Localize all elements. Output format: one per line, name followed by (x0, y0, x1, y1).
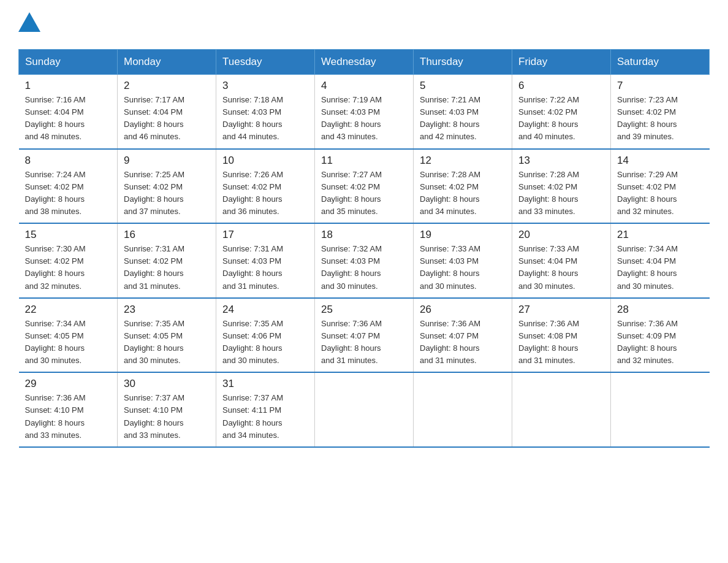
day-info: Sunrise: 7:24 AM Sunset: 4:02 PM Dayligh… (25, 169, 112, 218)
day-cell: 15 Sunrise: 7:30 AM Sunset: 4:02 PM Dayl… (19, 223, 118, 298)
day-cell: 9 Sunrise: 7:25 AM Sunset: 4:02 PM Dayli… (118, 149, 216, 224)
day-cell: 11 Sunrise: 7:27 AM Sunset: 4:02 PM Dayl… (315, 149, 414, 224)
day-cell: 29 Sunrise: 7:36 AM Sunset: 4:10 PM Dayl… (19, 372, 118, 447)
day-info: Sunrise: 7:36 AM Sunset: 4:07 PM Dayligh… (321, 318, 407, 367)
day-number: 3 (222, 80, 308, 92)
day-info: Sunrise: 7:29 AM Sunset: 4:02 PM Dayligh… (617, 169, 703, 218)
day-cell: 27 Sunrise: 7:36 AM Sunset: 4:08 PM Dayl… (512, 298, 611, 373)
day-cell: 6 Sunrise: 7:22 AM Sunset: 4:02 PM Dayli… (512, 75, 611, 149)
day-info: Sunrise: 7:36 AM Sunset: 4:08 PM Dayligh… (518, 318, 604, 367)
day-info: Sunrise: 7:23 AM Sunset: 4:02 PM Dayligh… (617, 94, 703, 144)
day-number: 24 (222, 304, 308, 316)
header-cell-tuesday: Tuesday (216, 50, 315, 75)
day-cell: 2 Sunrise: 7:17 AM Sunset: 4:04 PM Dayli… (118, 75, 216, 149)
day-info: Sunrise: 7:17 AM Sunset: 4:04 PM Dayligh… (124, 94, 210, 144)
day-number: 5 (420, 80, 506, 92)
day-cell: 25 Sunrise: 7:36 AM Sunset: 4:07 PM Dayl… (315, 298, 414, 373)
day-info: Sunrise: 7:36 AM Sunset: 4:09 PM Dayligh… (617, 318, 703, 367)
day-info: Sunrise: 7:22 AM Sunset: 4:02 PM Dayligh… (518, 94, 604, 144)
day-info: Sunrise: 7:34 AM Sunset: 4:04 PM Dayligh… (617, 243, 703, 293)
day-number: 6 (518, 80, 604, 92)
week-row-1: 1 Sunrise: 7:16 AM Sunset: 4:04 PM Dayli… (19, 75, 710, 149)
day-cell: 19 Sunrise: 7:33 AM Sunset: 4:03 PM Dayl… (414, 223, 512, 298)
day-cell: 17 Sunrise: 7:31 AM Sunset: 4:03 PM Dayl… (216, 223, 315, 298)
week-row-2: 8 Sunrise: 7:24 AM Sunset: 4:02 PM Dayli… (19, 149, 710, 224)
day-number: 28 (617, 304, 703, 316)
day-info: Sunrise: 7:28 AM Sunset: 4:02 PM Dayligh… (420, 169, 506, 218)
day-number: 21 (617, 229, 703, 241)
day-info: Sunrise: 7:35 AM Sunset: 4:06 PM Dayligh… (222, 318, 308, 367)
day-number: 30 (124, 378, 210, 390)
day-cell: 10 Sunrise: 7:26 AM Sunset: 4:02 PM Dayl… (216, 149, 315, 224)
logo-icon (18, 12, 40, 37)
day-number: 12 (420, 155, 506, 167)
day-number: 17 (222, 229, 308, 241)
day-number: 18 (321, 229, 407, 241)
day-info: Sunrise: 7:19 AM Sunset: 4:03 PM Dayligh… (321, 94, 407, 144)
day-number: 4 (321, 80, 407, 92)
day-info: Sunrise: 7:37 AM Sunset: 4:10 PM Dayligh… (124, 392, 210, 442)
day-cell: 1 Sunrise: 7:16 AM Sunset: 4:04 PM Dayli… (19, 75, 118, 149)
week-row-3: 15 Sunrise: 7:30 AM Sunset: 4:02 PM Dayl… (19, 223, 710, 298)
day-number: 2 (124, 80, 210, 92)
day-cell: 8 Sunrise: 7:24 AM Sunset: 4:02 PM Dayli… (19, 149, 118, 224)
day-number: 14 (617, 155, 703, 167)
day-number: 13 (518, 155, 604, 167)
day-info: Sunrise: 7:28 AM Sunset: 4:02 PM Dayligh… (518, 169, 604, 218)
logo (18, 12, 44, 37)
day-number: 31 (222, 378, 308, 390)
day-info: Sunrise: 7:37 AM Sunset: 4:11 PM Dayligh… (222, 392, 308, 442)
page-header (18, 12, 710, 37)
day-info: Sunrise: 7:35 AM Sunset: 4:05 PM Dayligh… (124, 318, 210, 367)
calendar-body: 1 Sunrise: 7:16 AM Sunset: 4:04 PM Dayli… (19, 75, 710, 447)
day-number: 22 (25, 304, 112, 316)
day-cell: 14 Sunrise: 7:29 AM Sunset: 4:02 PM Dayl… (611, 149, 710, 224)
header-cell-sunday: Sunday (19, 50, 118, 75)
day-info: Sunrise: 7:21 AM Sunset: 4:03 PM Dayligh… (420, 94, 506, 144)
calendar-table: SundayMondayTuesdayWednesdayThursdayFrid… (18, 49, 710, 448)
day-cell: 3 Sunrise: 7:18 AM Sunset: 4:03 PM Dayli… (216, 75, 315, 149)
day-cell: 23 Sunrise: 7:35 AM Sunset: 4:05 PM Dayl… (118, 298, 216, 373)
day-info: Sunrise: 7:36 AM Sunset: 4:07 PM Dayligh… (420, 318, 506, 367)
day-info: Sunrise: 7:26 AM Sunset: 4:02 PM Dayligh… (222, 169, 308, 218)
day-cell: 13 Sunrise: 7:28 AM Sunset: 4:02 PM Dayl… (512, 149, 611, 224)
day-cell: 31 Sunrise: 7:37 AM Sunset: 4:11 PM Dayl… (216, 372, 315, 447)
day-info: Sunrise: 7:32 AM Sunset: 4:03 PM Dayligh… (321, 243, 407, 293)
day-info: Sunrise: 7:31 AM Sunset: 4:02 PM Dayligh… (124, 243, 210, 293)
day-number: 15 (25, 229, 112, 241)
header-cell-saturday: Saturday (611, 50, 710, 75)
day-cell: 5 Sunrise: 7:21 AM Sunset: 4:03 PM Dayli… (414, 75, 512, 149)
calendar-header: SundayMondayTuesdayWednesdayThursdayFrid… (19, 50, 710, 75)
day-number: 19 (420, 229, 506, 241)
day-number: 20 (518, 229, 604, 241)
day-number: 10 (222, 155, 308, 167)
day-number: 7 (617, 80, 703, 92)
day-number: 16 (124, 229, 210, 241)
day-cell: 28 Sunrise: 7:36 AM Sunset: 4:09 PM Dayl… (611, 298, 710, 373)
day-info: Sunrise: 7:27 AM Sunset: 4:02 PM Dayligh… (321, 169, 407, 218)
week-row-4: 22 Sunrise: 7:34 AM Sunset: 4:05 PM Dayl… (19, 298, 710, 373)
day-cell: 16 Sunrise: 7:31 AM Sunset: 4:02 PM Dayl… (118, 223, 216, 298)
day-cell (414, 372, 512, 447)
day-number: 27 (518, 304, 604, 316)
day-cell: 26 Sunrise: 7:36 AM Sunset: 4:07 PM Dayl… (414, 298, 512, 373)
day-info: Sunrise: 7:33 AM Sunset: 4:03 PM Dayligh… (420, 243, 506, 293)
svg-rect-1 (23, 26, 36, 32)
day-cell: 22 Sunrise: 7:34 AM Sunset: 4:05 PM Dayl… (19, 298, 118, 373)
day-info: Sunrise: 7:33 AM Sunset: 4:04 PM Dayligh… (518, 243, 604, 293)
header-cell-wednesday: Wednesday (315, 50, 414, 75)
day-cell: 12 Sunrise: 7:28 AM Sunset: 4:02 PM Dayl… (414, 149, 512, 224)
day-cell: 18 Sunrise: 7:32 AM Sunset: 4:03 PM Dayl… (315, 223, 414, 298)
day-cell: 24 Sunrise: 7:35 AM Sunset: 4:06 PM Dayl… (216, 298, 315, 373)
day-info: Sunrise: 7:31 AM Sunset: 4:03 PM Dayligh… (222, 243, 308, 293)
day-number: 29 (25, 378, 112, 390)
day-cell: 20 Sunrise: 7:33 AM Sunset: 4:04 PM Dayl… (512, 223, 611, 298)
header-cell-friday: Friday (512, 50, 611, 75)
day-number: 25 (321, 304, 407, 316)
day-number: 11 (321, 155, 407, 167)
day-cell: 4 Sunrise: 7:19 AM Sunset: 4:03 PM Dayli… (315, 75, 414, 149)
day-cell: 21 Sunrise: 7:34 AM Sunset: 4:04 PM Dayl… (611, 223, 710, 298)
week-row-5: 29 Sunrise: 7:36 AM Sunset: 4:10 PM Dayl… (19, 372, 710, 447)
day-cell: 7 Sunrise: 7:23 AM Sunset: 4:02 PM Dayli… (611, 75, 710, 149)
header-row: SundayMondayTuesdayWednesdayThursdayFrid… (19, 50, 710, 75)
